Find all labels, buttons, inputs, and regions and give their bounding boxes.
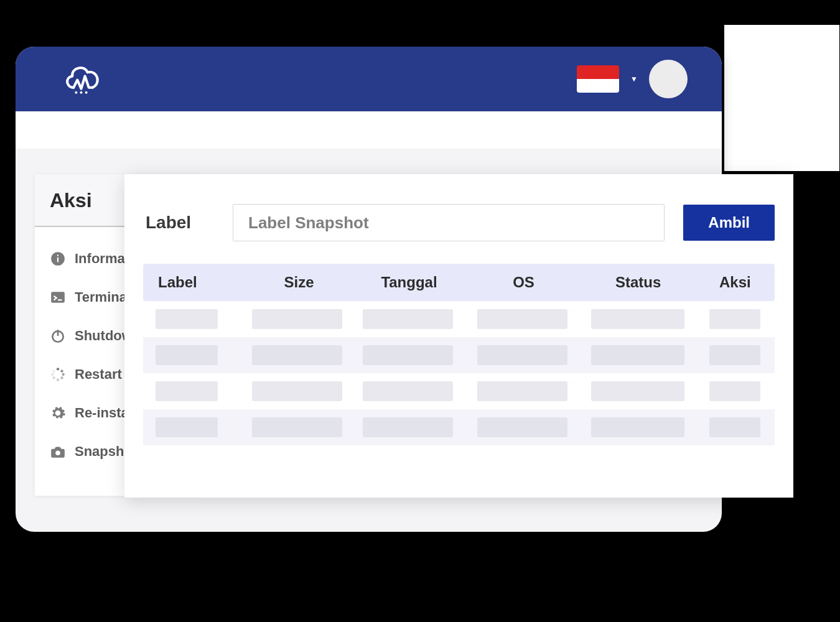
loading-icon: [50, 366, 66, 383]
svg-point-18: [55, 450, 60, 455]
table-header: Label Size Tanggal OS Status Aksi: [143, 264, 775, 301]
svg-point-12: [62, 373, 65, 376]
avatar[interactable]: [649, 60, 688, 98]
svg-rect-6: [51, 292, 65, 302]
chevron-down-icon[interactable]: ▼: [630, 75, 638, 83]
snapshot-panel: Label Ambil Label Size Tanggal OS Status…: [124, 174, 793, 498]
table-cell: [580, 309, 695, 329]
svg-rect-7: [58, 299, 62, 300]
col-header-label: Label: [143, 274, 246, 291]
skeleton-placeholder: [252, 381, 342, 401]
col-header-os: OS: [467, 274, 581, 291]
sub-toolbar: [16, 111, 722, 149]
terminal-icon: [50, 289, 66, 305]
table-cell: [143, 345, 244, 365]
table-cell: [244, 309, 350, 329]
table-cell: [350, 345, 465, 365]
camera-icon: [50, 443, 66, 460]
svg-point-14: [57, 379, 59, 381]
app-logo[interactable]: [62, 62, 103, 96]
content-area: Aksi Informasi Terminal: [16, 149, 722, 174]
skeleton-placeholder: [709, 345, 760, 365]
skeleton-placeholder: [591, 309, 684, 329]
table-cell: [695, 345, 775, 365]
skeleton-placeholder: [709, 309, 760, 329]
skeleton-placeholder: [477, 345, 567, 365]
snapshot-table: Label Size Tanggal OS Status Aksi: [143, 264, 775, 445]
svg-rect-5: [57, 255, 58, 256]
table-cell: [695, 381, 775, 401]
take-snapshot-button[interactable]: Ambil: [683, 205, 775, 241]
svg-point-1: [80, 91, 82, 93]
skeleton-placeholder: [363, 345, 453, 365]
skeleton-placeholder: [156, 345, 218, 365]
svg-point-0: [75, 91, 77, 93]
skeleton-placeholder: [591, 345, 684, 365]
svg-rect-4: [57, 258, 58, 262]
svg-point-11: [60, 369, 63, 372]
svg-point-13: [60, 376, 63, 379]
skeleton-placeholder: [477, 417, 567, 437]
table-cell: [465, 381, 581, 401]
table-row: [143, 373, 775, 409]
skeleton-placeholder: [363, 309, 453, 329]
skeleton-placeholder: [156, 417, 218, 437]
table-cell: [695, 309, 775, 329]
skeleton-placeholder: [252, 309, 342, 329]
table-cell: [244, 417, 350, 437]
table-cell: [244, 345, 350, 365]
col-header-status: Status: [581, 274, 696, 291]
language-flag[interactable]: [577, 65, 619, 93]
table-cell: [350, 309, 465, 329]
table-body: [143, 301, 775, 445]
decorative-block: [724, 25, 839, 171]
table-cell: [580, 345, 695, 365]
skeleton-placeholder: [709, 417, 760, 437]
power-icon: [50, 328, 66, 344]
svg-point-17: [52, 369, 55, 372]
table-row: [143, 337, 775, 373]
skeleton-placeholder: [363, 417, 453, 437]
table-cell: [580, 381, 695, 401]
topbar-right: ▼: [577, 60, 688, 98]
table-cell: [465, 309, 581, 329]
skeleton-placeholder: [591, 417, 684, 437]
form-label: Label: [146, 213, 214, 233]
skeleton-placeholder: [591, 381, 684, 401]
col-header-date: Tanggal: [352, 274, 466, 291]
gear-icon: [50, 405, 66, 421]
snapshot-label-input[interactable]: [233, 204, 665, 241]
svg-point-16: [51, 373, 54, 376]
info-icon: [50, 251, 66, 267]
snapshot-form: Label Ambil: [143, 204, 775, 241]
skeleton-placeholder: [156, 381, 218, 401]
table-cell: [350, 417, 465, 437]
table-cell: [143, 381, 244, 401]
skeleton-placeholder: [156, 309, 218, 329]
skeleton-placeholder: [477, 381, 567, 401]
table-cell: [695, 417, 775, 437]
col-header-size: Size: [246, 274, 352, 291]
skeleton-placeholder: [477, 309, 567, 329]
table-cell: [143, 309, 244, 329]
skeleton-placeholder: [709, 381, 760, 401]
sidebar-title: Aksi: [50, 189, 92, 211]
skeleton-placeholder: [252, 417, 342, 437]
sidebar-item-label: Terminal: [75, 289, 131, 305]
table-cell: [350, 381, 465, 401]
table-row: [143, 301, 775, 337]
topbar: ▼: [16, 47, 722, 111]
table-cell: [143, 417, 244, 437]
svg-point-15: [52, 376, 55, 379]
skeleton-placeholder: [363, 381, 453, 401]
svg-point-2: [85, 91, 88, 93]
table-cell: [465, 417, 581, 437]
table-cell: [244, 381, 350, 401]
table-cell: [465, 345, 581, 365]
svg-point-10: [57, 368, 59, 370]
col-header-aksi: Aksi: [696, 274, 775, 291]
table-row: [143, 409, 775, 445]
table-cell: [580, 417, 695, 437]
skeleton-placeholder: [252, 345, 342, 365]
